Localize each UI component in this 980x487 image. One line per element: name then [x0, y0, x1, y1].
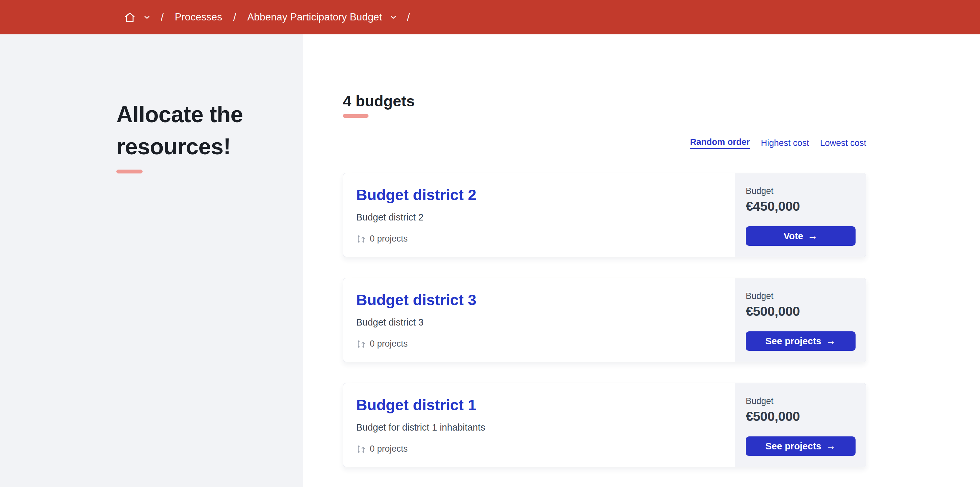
budget-card: Budget district 3 Budget district 3 — [343, 278, 866, 362]
arrow-right-icon: → — [826, 335, 836, 347]
budget-card: Budget district 1 Budget for district 1 … — [343, 383, 866, 467]
budget-card-aside: Budget €500,000 See projects → — [735, 383, 866, 467]
budget-amount: €450,000 — [746, 199, 856, 214]
process-sidebar: Allocate the resources! — [0, 34, 303, 487]
page-title: Allocate the resources! — [116, 99, 256, 163]
see-projects-button[interactable]: See projects → — [746, 331, 856, 351]
budget-card-list: Budget district 2 Budget district 2 — [343, 173, 866, 467]
sort-lowest-cost[interactable]: Lowest cost — [820, 138, 866, 148]
budget-description: Budget for district 1 inhabitants — [356, 422, 722, 433]
breadcrumb: / Processes / Abbenay Participatory Budg… — [124, 11, 410, 23]
breadcrumb-separator: / — [161, 11, 164, 23]
projects-count-row: 0 projects — [356, 339, 722, 349]
budgets-count-heading: 4 budgets — [343, 92, 866, 110]
title-underline — [116, 169, 143, 174]
chevron-down-icon — [144, 16, 150, 19]
sort-random-order[interactable]: Random order — [690, 137, 750, 149]
budget-description: Budget district 2 — [356, 212, 722, 223]
see-projects-button[interactable]: See projects → — [746, 436, 856, 456]
budgets-main: 4 budgets Random order Highest cost Lowe… — [303, 34, 980, 487]
see-projects-button-label: See projects — [765, 336, 821, 346]
budget-amount: €500,000 — [746, 304, 856, 319]
see-projects-button-label: See projects — [765, 441, 821, 452]
budget-label: Budget — [746, 396, 856, 406]
budget-card-body: Budget district 1 Budget for district 1 … — [343, 383, 735, 467]
budget-title-link[interactable]: Budget district 3 — [356, 291, 476, 308]
page-layout: Allocate the resources! 4 budgets Random… — [0, 34, 980, 487]
chevron-down-icon — [390, 16, 396, 19]
breadcrumb-processes-link[interactable]: Processes — [175, 11, 222, 23]
process-header: / Processes / Abbenay Participatory Budg… — [0, 0, 980, 34]
projects-icon — [356, 444, 366, 454]
budget-label: Budget — [746, 291, 856, 301]
count-underline — [343, 114, 369, 118]
sort-highest-cost[interactable]: Highest cost — [761, 138, 809, 148]
arrow-right-icon: → — [826, 440, 836, 452]
projects-count-row: 0 projects — [356, 444, 722, 454]
process-dropdown-chevron[interactable] — [390, 16, 396, 19]
projects-count-row: 0 projects — [356, 234, 722, 244]
breadcrumb-process-title-link[interactable]: Abbenay Participatory Budget — [247, 11, 382, 23]
budget-label: Budget — [746, 186, 856, 196]
projects-count: 0 projects — [370, 444, 408, 454]
breadcrumb-separator: / — [233, 11, 236, 23]
vote-button[interactable]: Vote → — [746, 226, 856, 246]
home-link[interactable] — [124, 11, 136, 23]
breadcrumb-separator: / — [407, 11, 410, 23]
arrow-right-icon: → — [808, 230, 818, 242]
projects-icon — [356, 234, 366, 244]
home-dropdown-chevron[interactable] — [144, 16, 150, 19]
budget-card: Budget district 2 Budget district 2 — [343, 173, 866, 257]
budget-description: Budget district 3 — [356, 317, 722, 328]
budget-card-aside: Budget €450,000 Vote → — [735, 173, 866, 257]
vote-button-label: Vote — [784, 231, 803, 241]
projects-count: 0 projects — [370, 339, 408, 349]
projects-icon — [356, 339, 366, 349]
budget-card-aside: Budget €500,000 See projects → — [735, 278, 866, 362]
home-icon — [124, 11, 136, 23]
budget-card-body: Budget district 3 Budget district 3 — [343, 278, 735, 362]
budget-title-link[interactable]: Budget district 2 — [356, 186, 476, 203]
budget-amount: €500,000 — [746, 409, 856, 424]
order-selector: Random order Highest cost Lowest cost — [343, 137, 866, 149]
budget-card-body: Budget district 2 Budget district 2 — [343, 173, 735, 257]
projects-count: 0 projects — [370, 234, 408, 244]
budget-title-link[interactable]: Budget district 1 — [356, 396, 476, 414]
